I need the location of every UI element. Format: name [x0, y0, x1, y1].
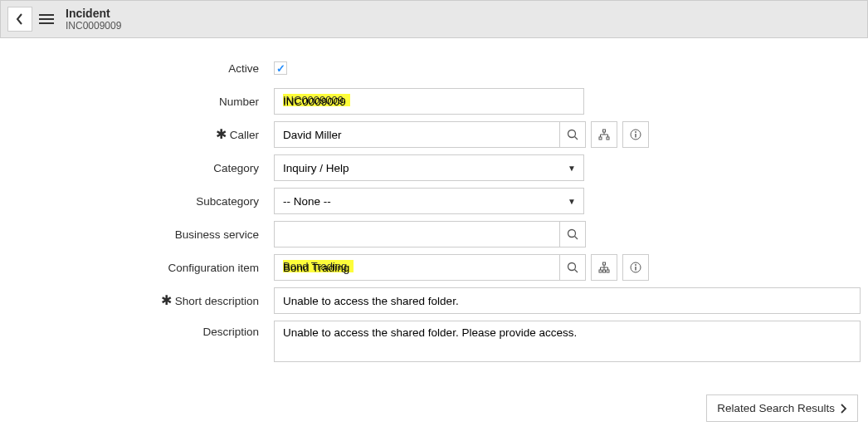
configuration-item-dependency-button[interactable]: [591, 254, 617, 281]
caller-lookup-button[interactable]: [559, 121, 586, 148]
record-type-title: Incident: [66, 7, 121, 20]
short-description-input[interactable]: [274, 287, 861, 314]
caller-tree-button[interactable]: [591, 121, 617, 148]
caller-input[interactable]: [274, 121, 559, 148]
incident-form: Active ✓ Number INC0009009 ✱ Caller: [0, 38, 868, 385]
search-icon: [567, 262, 578, 273]
search-icon: [567, 228, 578, 240]
svg-point-0: [568, 130, 576, 138]
menu-bar-icon: [39, 18, 54, 20]
svg-rect-3: [599, 137, 602, 140]
business-service-input[interactable]: [274, 221, 559, 247]
related-results-label: Related Search Results: [717, 402, 835, 414]
hierarchy-icon: [598, 262, 610, 273]
configuration-item-info-button[interactable]: [622, 254, 649, 281]
category-select[interactable]: Inquiry / Help: [274, 154, 584, 181]
number-label: Number: [0, 96, 274, 108]
svg-rect-4: [607, 137, 609, 140]
description-label: Description: [0, 321, 274, 338]
header-text: Incident INC0009009: [66, 7, 121, 32]
business-service-lookup-button[interactable]: [559, 221, 586, 247]
short-description-label: Short description: [175, 295, 259, 307]
svg-rect-2: [603, 130, 606, 132]
tree-map-icon: [598, 129, 610, 140]
configuration-item-input[interactable]: [274, 254, 559, 281]
related-search-results-button[interactable]: Related Search Results: [706, 394, 858, 422]
info-icon: [630, 129, 641, 140]
configuration-item-lookup-button[interactable]: [559, 254, 586, 281]
category-label: Category: [0, 162, 274, 174]
svg-rect-19: [607, 270, 609, 272]
svg-rect-17: [599, 270, 602, 272]
svg-point-12: [568, 230, 576, 238]
svg-line-1: [575, 137, 578, 140]
number-input[interactable]: [274, 88, 584, 115]
menu-button[interactable]: [39, 7, 57, 32]
chevron-right-icon: [840, 404, 847, 414]
active-checkbox[interactable]: ✓: [274, 61, 287, 75]
subcategory-label: Subcategory: [0, 195, 274, 208]
required-icon: ✱: [161, 294, 172, 307]
caller-label: Caller: [230, 129, 259, 141]
record-number-subtitle: INC0009009: [66, 20, 121, 32]
form-header: Incident INC0009009: [0, 0, 868, 38]
required-icon: ✱: [216, 128, 227, 141]
svg-point-26: [635, 264, 636, 266]
search-icon: [567, 129, 578, 140]
svg-rect-18: [603, 270, 606, 272]
business-service-label: Business service: [0, 228, 274, 241]
form-footer: Related Search Results: [0, 385, 868, 430]
chevron-left-icon: [16, 13, 24, 25]
svg-line-15: [575, 270, 578, 273]
subcategory-select[interactable]: -- None --: [274, 188, 584, 214]
svg-point-10: [635, 131, 636, 133]
svg-rect-16: [603, 262, 606, 265]
svg-line-13: [575, 237, 578, 240]
back-button[interactable]: [7, 7, 32, 32]
check-icon: ✓: [276, 62, 285, 75]
menu-bar-icon: [39, 14, 54, 16]
svg-point-14: [568, 263, 576, 271]
active-label: Active: [0, 62, 274, 75]
menu-bar-icon: [39, 22, 54, 24]
configuration-item-label: Configuration item: [0, 262, 274, 274]
info-icon: [630, 262, 641, 273]
caller-info-button[interactable]: [622, 121, 649, 148]
description-textarea[interactable]: [274, 321, 861, 362]
